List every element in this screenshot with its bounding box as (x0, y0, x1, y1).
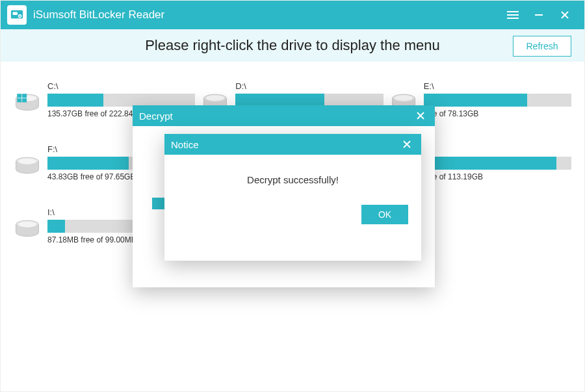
drive-usage-bar (47, 94, 195, 107)
drive-usage-bar (424, 94, 571, 107)
svg-rect-3 (19, 16, 20, 17)
ok-button[interactable]: OK (361, 205, 408, 224)
app-title: iSumsoft BitLocker Reader (33, 8, 164, 21)
drive-label: E:\ (424, 81, 571, 91)
drive-icon (14, 153, 41, 181)
notice-close-icon[interactable] (399, 137, 415, 152)
drive-free-text: free of 78.13GB (424, 109, 571, 118)
svg-rect-1 (13, 12, 18, 15)
notice-dialog: Notice Decrypt successfully! OK (164, 134, 421, 261)
drive-label: C:\ (47, 81, 195, 91)
drive-label: H:\ (424, 144, 571, 154)
drive-free-text: free of 113.19GB (424, 172, 571, 181)
drive-icon (14, 90, 41, 118)
menu-button[interactable] (500, 1, 526, 29)
notice-message: Decrypt successfully! (164, 155, 421, 198)
decrypt-dialog-header[interactable]: Decrypt (133, 105, 435, 126)
svg-rect-12 (17, 94, 21, 98)
notice-dialog-header[interactable]: Notice (164, 134, 421, 155)
drive-usage-bar (424, 157, 571, 170)
app-icon (7, 5, 27, 25)
svg-point-17 (206, 96, 224, 101)
svg-point-19 (395, 96, 413, 101)
drive-usage-bar (235, 94, 383, 107)
svg-rect-15 (22, 98, 27, 102)
minimize-button[interactable] (526, 1, 552, 29)
svg-point-27 (18, 222, 36, 228)
svg-rect-14 (17, 98, 21, 102)
svg-point-21 (18, 159, 36, 164)
notice-dialog-title: Notice (171, 139, 199, 150)
decrypt-close-icon[interactable] (413, 108, 428, 124)
drive-label: D:\ (235, 81, 383, 91)
decrypt-dialog-title: Decrypt (139, 111, 173, 122)
instruction-text: Please right-click the drive to display … (145, 37, 440, 54)
title-bar: iSumsoft BitLocker Reader (1, 1, 584, 29)
drive-icon (14, 216, 41, 244)
instruction-bar: Please right-click the drive to display … (1, 29, 584, 62)
refresh-button[interactable]: Refresh (513, 36, 571, 57)
svg-rect-13 (22, 94, 27, 98)
close-button[interactable] (552, 1, 578, 29)
